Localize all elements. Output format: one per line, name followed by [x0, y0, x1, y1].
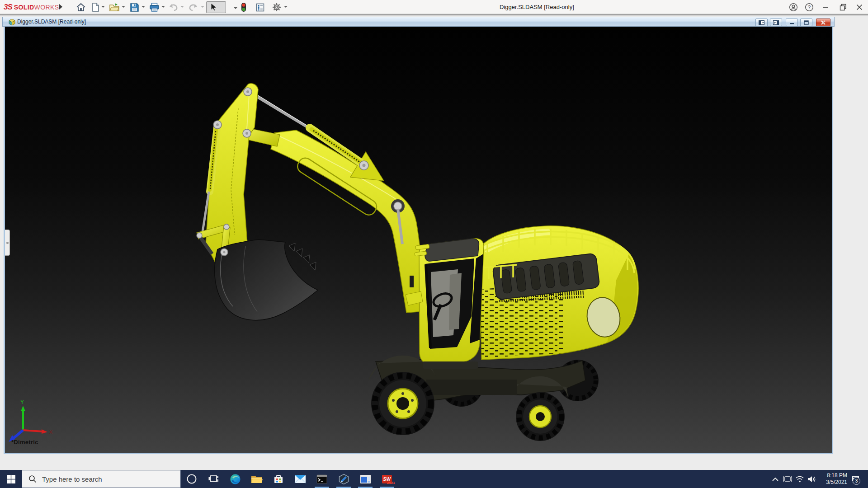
- orientation-triad: Y X: [9, 399, 53, 442]
- meet-now-button[interactable]: [781, 470, 794, 488]
- taskbar-item-edge[interactable]: [224, 470, 246, 488]
- redo-button[interactable]: [188, 1, 199, 13]
- doc-close-button[interactable]: [816, 19, 830, 26]
- doc-close-icon: [821, 20, 826, 25]
- help-glyph: ?: [808, 5, 811, 10]
- titlebar-separator: [0, 14, 868, 15]
- solidworks-year-label: 2021: [387, 481, 395, 485]
- rebuild-button[interactable]: [238, 1, 250, 13]
- tray-date: 3/5/2021: [814, 479, 847, 486]
- minimize-icon: [822, 4, 830, 11]
- account-icon: [789, 3, 798, 12]
- redo-dropdown-caret[interactable]: [201, 6, 204, 8]
- print-dropdown-caret[interactable]: [161, 6, 165, 8]
- bucket-teeth: [289, 243, 316, 270]
- hidden-icons-button[interactable]: [769, 470, 781, 488]
- microsoft-store-icon: [273, 474, 284, 484]
- taskbar-clock[interactable]: 8:18 PM 3/5/2021: [814, 472, 847, 486]
- start-button[interactable]: [0, 470, 22, 488]
- graphics-viewport[interactable]: Y X *Dimetric: [4, 27, 833, 454]
- select-cursor-icon: [209, 3, 217, 12]
- save-button[interactable]: [128, 1, 140, 13]
- meet-now-icon: [783, 475, 793, 483]
- account-button[interactable]: [788, 2, 799, 13]
- taskbar-item-command-prompt[interactable]: [311, 470, 333, 488]
- document-titlebar[interactable]: Digger.SLDASM [Read-only]: [2, 17, 835, 27]
- home-button[interactable]: [75, 1, 87, 13]
- wifi-button[interactable]: [794, 470, 806, 488]
- document-window: Digger.SLDASM [Read-only]: [2, 17, 835, 455]
- open-button[interactable]: [108, 1, 120, 13]
- search-input[interactable]: [42, 475, 169, 483]
- taskbar-item-3dexperience[interactable]: [333, 470, 354, 488]
- options-dropdown-caret[interactable]: [284, 6, 288, 8]
- save-dropdown-caret[interactable]: [142, 6, 145, 8]
- tray-time: 8:18 PM: [814, 472, 847, 479]
- wheel-rear-right[interactable]: [516, 392, 565, 441]
- document-title: Digger.SLDASM [Read-only]: [17, 19, 86, 25]
- restore-icon: [839, 3, 847, 11]
- file-properties-button[interactable]: [254, 1, 266, 13]
- window-title: Digger.SLDASM [Read-only]: [500, 4, 574, 10]
- help-button[interactable]: ?: [803, 2, 815, 13]
- file-explorer-icon: [251, 474, 263, 484]
- taskbar-search[interactable]: [22, 470, 181, 488]
- home-icon: [76, 2, 86, 12]
- close-icon: [856, 4, 863, 11]
- mail-icon: [294, 474, 306, 483]
- taskbar-item-solidworks[interactable]: SW 2021: [376, 470, 398, 488]
- bucket[interactable]: [215, 239, 318, 320]
- brand-solid: SOLID: [14, 4, 34, 11]
- file-properties-icon: [255, 3, 265, 12]
- view-orientation-label: *Dimetric: [11, 439, 38, 446]
- open-dropdown-caret[interactable]: [122, 6, 125, 8]
- menu-flyout-arrow-icon[interactable]: [59, 4, 62, 9]
- doc-pane-left-button[interactable]: [755, 19, 768, 26]
- doc-restore-icon: [804, 20, 809, 25]
- new-document-button[interactable]: [90, 1, 101, 13]
- windows-logo-icon: [7, 475, 15, 483]
- taskbar: SW 2021 8:18 PM 3/5/2021: [0, 470, 868, 488]
- doc-restore-button[interactable]: [800, 19, 812, 26]
- task-view-icon: [208, 474, 219, 484]
- pane-tab-grip-icon: [6, 242, 9, 244]
- undo-button[interactable]: [167, 1, 179, 13]
- save-icon: [130, 3, 139, 12]
- options-button[interactable]: [271, 1, 283, 13]
- open-folder-icon: [109, 2, 120, 12]
- command-prompt-icon: [316, 474, 327, 484]
- doc-pane-right-button[interactable]: [770, 19, 782, 26]
- new-document-icon: [91, 2, 100, 12]
- taskbar-item-microsoft-store[interactable]: [268, 470, 289, 488]
- close-button[interactable]: [854, 2, 865, 13]
- taskbar-item-task-view[interactable]: [203, 470, 224, 488]
- taskbar-item-remote-app[interactable]: [354, 470, 376, 488]
- select-tool-button[interactable]: [206, 1, 226, 13]
- feature-pane-tab[interactable]: [5, 230, 10, 256]
- new-document-dropdown-caret[interactable]: [101, 6, 105, 8]
- undo-dropdown-caret[interactable]: [180, 6, 184, 8]
- taskbar-item-cortana[interactable]: [181, 470, 203, 488]
- pane-right-icon: [773, 20, 779, 25]
- edge-icon: [230, 474, 241, 485]
- doc-minimize-button[interactable]: [786, 19, 798, 26]
- hexagon-app-icon: [338, 474, 349, 485]
- cortana-icon: [186, 474, 197, 484]
- taskbar-item-file-explorer[interactable]: [246, 470, 268, 488]
- print-icon: [149, 2, 160, 12]
- solidworks-logo: 3S SOLID WORKS: [4, 2, 59, 12]
- print-button[interactable]: [148, 1, 160, 13]
- window-app-icon: [360, 474, 371, 484]
- rebuild-stoplight-icon: [241, 2, 247, 12]
- select-dropdown-caret[interactable]: [234, 7, 237, 9]
- wifi-icon: [795, 475, 804, 483]
- assembly-cube-icon: [8, 19, 16, 26]
- gear-icon: [272, 2, 282, 12]
- pane-left-icon: [759, 20, 764, 25]
- doc-minimize-icon: [789, 20, 794, 24]
- upper-body[interactable]: [480, 226, 638, 360]
- minimize-button[interactable]: [820, 2, 832, 13]
- wheel-front-left[interactable]: [371, 372, 434, 435]
- taskbar-item-mail[interactable]: [289, 470, 311, 488]
- restore-button[interactable]: [837, 2, 849, 13]
